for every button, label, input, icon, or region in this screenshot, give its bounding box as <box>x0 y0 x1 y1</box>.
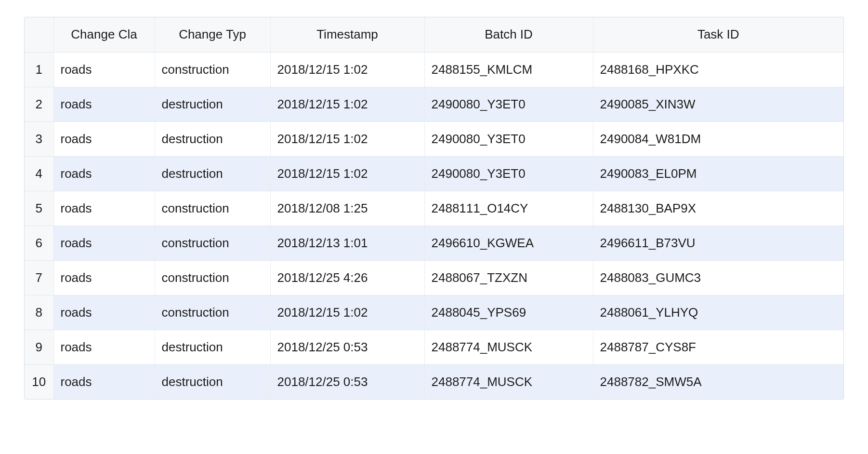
cell-rownum: 7 <box>25 260 53 295</box>
cell-change-type: destruction <box>155 121 270 156</box>
cell-change-type: construction <box>155 260 270 295</box>
cell-batch-id: 2490080_Y3ET0 <box>424 87 593 121</box>
header-rownum[interactable] <box>25 17 53 52</box>
table-row[interactable]: 8 roads construction 2018/12/15 1:02 248… <box>25 295 843 330</box>
cell-timestamp: 2018/12/15 1:02 <box>270 295 424 330</box>
cell-batch-id: 2488045_YPS69 <box>424 295 593 330</box>
cell-batch-id: 2488111_O14CY <box>424 191 593 226</box>
cell-task-id: 2490083_EL0PM <box>593 156 843 191</box>
cell-rownum: 5 <box>25 191 53 226</box>
cell-change-type: destruction <box>155 330 270 364</box>
cell-batch-id: 2490080_Y3ET0 <box>424 156 593 191</box>
cell-rownum: 8 <box>25 295 53 330</box>
table-row[interactable]: 4 roads destruction 2018/12/15 1:02 2490… <box>25 156 843 191</box>
cell-rownum: 6 <box>25 226 53 260</box>
cell-batch-id: 2488155_KMLCM <box>424 52 593 87</box>
cell-change-class: roads <box>53 191 155 226</box>
cell-task-id: 2488061_YLHYQ <box>593 295 843 330</box>
cell-task-id: 2490085_XIN3W <box>593 87 843 121</box>
cell-change-class: roads <box>53 295 155 330</box>
data-table: Change Cla Change Typ Timestamp Batch ID… <box>25 17 843 399</box>
cell-change-class: roads <box>53 52 155 87</box>
header-timestamp[interactable]: Timestamp <box>270 17 424 52</box>
data-table-container: Change Cla Change Typ Timestamp Batch ID… <box>24 17 844 400</box>
table-row[interactable]: 1 roads construction 2018/12/15 1:02 248… <box>25 52 843 87</box>
cell-timestamp: 2018/12/13 1:01 <box>270 226 424 260</box>
cell-batch-id: 2488774_MUSCK <box>424 330 593 364</box>
cell-timestamp: 2018/12/15 1:02 <box>270 156 424 191</box>
cell-timestamp: 2018/12/25 0:53 <box>270 330 424 364</box>
cell-batch-id: 2488067_TZXZN <box>424 260 593 295</box>
table-row[interactable]: 7 roads construction 2018/12/25 4:26 248… <box>25 260 843 295</box>
cell-change-type: construction <box>155 295 270 330</box>
table-row[interactable]: 6 roads construction 2018/12/13 1:01 249… <box>25 226 843 260</box>
table-row[interactable]: 2 roads destruction 2018/12/15 1:02 2490… <box>25 87 843 121</box>
header-batch-id[interactable]: Batch ID <box>424 17 593 52</box>
cell-task-id: 2490084_W81DM <box>593 121 843 156</box>
cell-change-type: construction <box>155 226 270 260</box>
cell-task-id: 2488083_GUMC3 <box>593 260 843 295</box>
cell-task-id: 2488130_BAP9X <box>593 191 843 226</box>
cell-timestamp: 2018/12/15 1:02 <box>270 52 424 87</box>
cell-rownum: 2 <box>25 87 53 121</box>
cell-change-class: roads <box>53 156 155 191</box>
table-row[interactable]: 3 roads destruction 2018/12/15 1:02 2490… <box>25 121 843 156</box>
cell-change-class: roads <box>53 121 155 156</box>
cell-task-id: 2496611_B73VU <box>593 226 843 260</box>
header-task-id[interactable]: Task ID <box>593 17 843 52</box>
cell-rownum: 3 <box>25 121 53 156</box>
cell-change-class: roads <box>53 260 155 295</box>
table-row[interactable]: 9 roads destruction 2018/12/25 0:53 2488… <box>25 330 843 364</box>
cell-batch-id: 2490080_Y3ET0 <box>424 121 593 156</box>
cell-batch-id: 2488774_MUSCK <box>424 364 593 399</box>
cell-change-class: roads <box>53 364 155 399</box>
header-change-type[interactable]: Change Typ <box>155 17 270 52</box>
cell-change-class: roads <box>53 226 155 260</box>
cell-timestamp: 2018/12/15 1:02 <box>270 87 424 121</box>
cell-change-type: construction <box>155 52 270 87</box>
header-change-class[interactable]: Change Cla <box>53 17 155 52</box>
table-row[interactable]: 5 roads construction 2018/12/08 1:25 248… <box>25 191 843 226</box>
cell-change-class: roads <box>53 87 155 121</box>
cell-timestamp: 2018/12/25 4:26 <box>270 260 424 295</box>
cell-rownum: 9 <box>25 330 53 364</box>
cell-rownum: 1 <box>25 52 53 87</box>
cell-timestamp: 2018/12/08 1:25 <box>270 191 424 226</box>
table-row[interactable]: 10 roads destruction 2018/12/25 0:53 248… <box>25 364 843 399</box>
cell-timestamp: 2018/12/25 0:53 <box>270 364 424 399</box>
cell-change-type: construction <box>155 191 270 226</box>
cell-rownum: 4 <box>25 156 53 191</box>
table-body: 1 roads construction 2018/12/15 1:02 248… <box>25 52 843 399</box>
cell-task-id: 2488787_CYS8F <box>593 330 843 364</box>
cell-batch-id: 2496610_KGWEA <box>424 226 593 260</box>
cell-change-type: destruction <box>155 87 270 121</box>
cell-task-id: 2488168_HPXKC <box>593 52 843 87</box>
cell-task-id: 2488782_SMW5A <box>593 364 843 399</box>
cell-timestamp: 2018/12/15 1:02 <box>270 121 424 156</box>
cell-change-type: destruction <box>155 364 270 399</box>
cell-change-type: destruction <box>155 156 270 191</box>
cell-rownum: 10 <box>25 364 53 399</box>
table-header-row: Change Cla Change Typ Timestamp Batch ID… <box>25 17 843 52</box>
cell-change-class: roads <box>53 330 155 364</box>
